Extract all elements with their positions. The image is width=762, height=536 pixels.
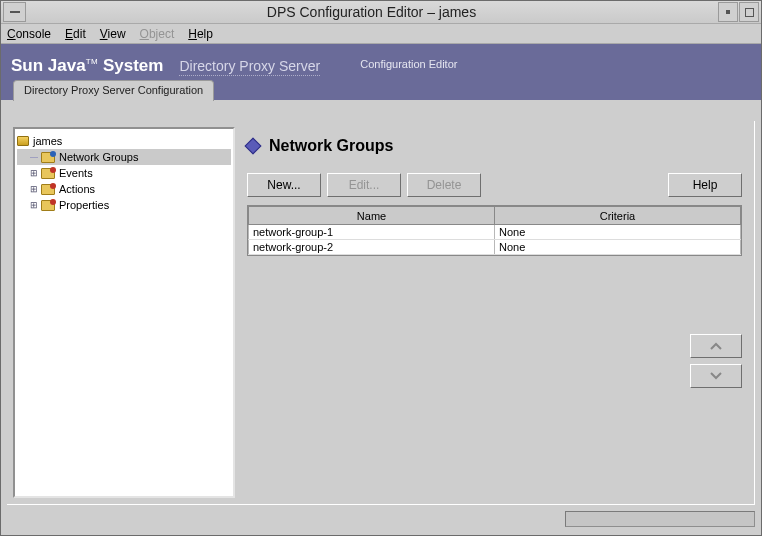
brand-tm: TM [86,57,99,66]
cell-criteria: None [495,225,741,240]
col-name[interactable]: Name [249,207,495,225]
product-name: Directory Proxy Server [179,58,320,76]
maximize-icon [745,8,754,17]
table-row[interactable]: network-group-2None [249,240,741,255]
banner: Sun JavaTM System Directory Proxy Server… [1,44,761,80]
table-row[interactable]: network-group-1None [249,225,741,240]
menu-view[interactable]: View [100,27,126,41]
move-up-button[interactable] [690,334,742,358]
statusbar [7,511,755,529]
cell-name: network-group-2 [249,240,495,255]
expand-icon[interactable]: ⊞ [29,201,38,210]
table-header-row: Name Criteria [249,207,741,225]
menu-help[interactable]: Help [188,27,213,41]
menu-edit[interactable]: Edit [65,27,86,41]
folder-icon [41,152,55,163]
expand-icon[interactable]: ⊞ [29,185,38,194]
tabstrip: Directory Proxy Server Configuration [1,80,761,100]
button-row: New... Edit... Delete Help [247,173,742,197]
tree-node-label: Actions [59,183,95,195]
menu-object: Object [140,27,175,41]
content-title: Network Groups [269,137,393,155]
edit-button[interactable]: Edit... [327,173,401,197]
chevron-up-icon [709,341,723,351]
cell-name: network-group-1 [249,225,495,240]
tree-node-label: Events [59,167,93,179]
cell-criteria: None [495,240,741,255]
status-well [565,511,755,527]
col-criteria[interactable]: Criteria [495,207,741,225]
minimize-icon [726,10,730,14]
diamond-icon [245,138,262,155]
banner-subtitle: Configuration Editor [360,58,457,70]
minimize-button[interactable] [718,2,738,22]
brand-prefix: Sun Java [11,56,86,75]
tree-node-events[interactable]: ⊞Events [17,165,231,181]
brand-text: Sun JavaTM System [11,56,163,76]
tree-node-label: Network Groups [59,151,138,163]
titlebar: DPS Configuration Editor – james [1,1,761,24]
window-buttons [717,2,759,22]
new-button[interactable]: New... [247,173,321,197]
move-down-button[interactable] [690,364,742,388]
table-wrap: Name Criteria network-group-1Nonenetwork… [247,205,742,256]
tree-node-network-groups[interactable]: Network Groups [17,149,231,165]
tab-dps-configuration[interactable]: Directory Proxy Server Configuration [13,80,214,101]
folder-icon [41,200,55,211]
workspace: james Network Groups⊞Events⊞Actions⊞Prop… [7,121,755,505]
folder-icon [41,168,55,179]
tree-line-icon [29,153,38,162]
network-groups-table[interactable]: Name Criteria network-group-1Nonenetwork… [248,206,741,255]
tree-node-properties[interactable]: ⊞Properties [17,197,231,213]
delete-button[interactable]: Delete [407,173,481,197]
reorder-buttons [690,334,742,388]
menubar: Console Edit View Object Help [1,24,761,44]
folder-icon [41,184,55,195]
window-title: DPS Configuration Editor – james [26,4,717,20]
tree-node-label: Properties [59,199,109,211]
expand-icon[interactable]: ⊞ [29,169,38,178]
brand-suffix: System [98,56,163,75]
help-button[interactable]: Help [668,173,742,197]
chevron-down-icon [709,371,723,381]
system-menu-button[interactable] [3,2,26,22]
tree-node-actions[interactable]: ⊞Actions [17,181,231,197]
host-icon [17,136,29,146]
tree-panel[interactable]: james Network Groups⊞Events⊞Actions⊞Prop… [13,127,235,498]
content-header: Network Groups [247,137,748,155]
menu-console[interactable]: Console [7,27,51,41]
maximize-button[interactable] [739,2,759,22]
tree-root-label: james [33,135,62,147]
tree-root[interactable]: james [17,133,231,149]
content-panel: Network Groups New... Edit... Delete Hel… [241,127,748,498]
dash-icon [10,11,20,13]
app-window: DPS Configuration Editor – james Console… [0,0,762,536]
